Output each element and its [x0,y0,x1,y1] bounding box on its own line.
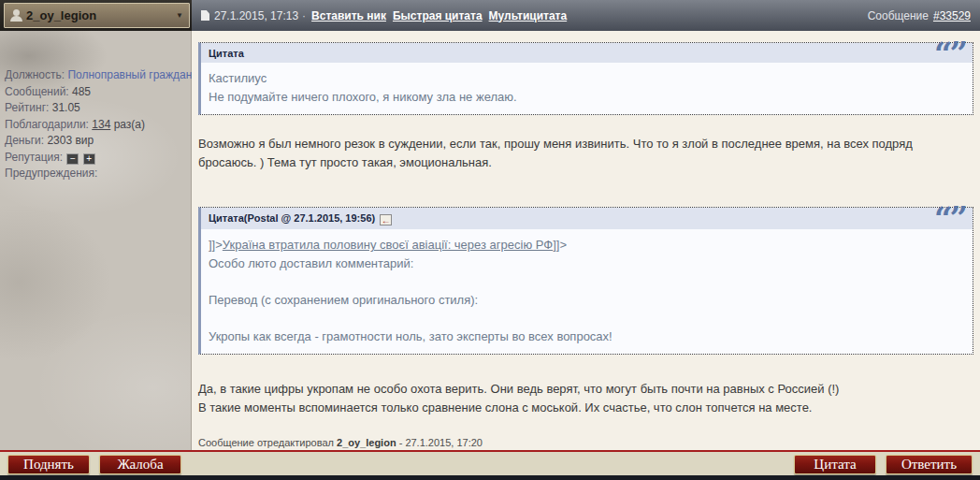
user-reputation-row: Репутация: − + [5,150,185,167]
edit-notice-user: 2_oy_legion [337,437,396,448]
reputation-plus-button[interactable]: + [83,153,95,165]
forum-post-view: 2_oy_legion ▼ 27.1.2015, 17:13 · Вставит… [0,0,980,480]
report-button[interactable]: Жалоба [99,455,181,474]
rating-label: Рейтинг: [5,101,49,114]
user-icon [10,9,22,22]
post-paragraph-1: Возможно я был немного резок в суждении,… [198,135,973,172]
user-warnings-row: Предупреждения: [5,166,185,182]
topbar-left-cell: 2_oy_legion ▼ [0,0,192,31]
footer-right-buttons: Цитата Ответить [794,455,973,474]
quote-2-comment-line: Особо люто доставил комментарий: [209,255,965,273]
quote-2-translation-line: Перевод (с сохранением оригинального сти… [209,291,965,310]
message-number-link[interactable]: #33529 [933,9,971,22]
date-separator: · [302,9,306,22]
user-thanks-row: Поблагодарили: 134 раз(а) [5,117,185,134]
quote-2-header: Цитата(Postal @ 27.1.2015, 19:56)← “” [201,208,973,229]
edit-notice-suffix: - 27.1.2015, 17:20 [396,437,483,448]
quotation-marks-icon: “” [934,41,965,65]
bottom-border-strip [0,475,980,480]
rating-value: 31.05 [52,101,80,114]
cdata-suffix: ]]> [553,238,567,252]
bump-button[interactable]: Поднять [7,455,90,474]
thanks-suffix: раз(а) [110,118,145,131]
warnings-label: Предупреждения: [5,167,97,180]
quotation-marks-icon: “” [934,206,965,230]
post-paragraph-2-line-2: В такие моменты вспоминается только срав… [198,400,812,415]
chevron-down-icon: ▼ [176,11,183,20]
user-posts-row: Сообщений: 485 [5,84,185,101]
quote-2-title: Цитата(Postal @ 27.1.2015, 19:56) [209,212,375,224]
quote-1-author: Кастилиус [209,69,965,88]
posts-label: Сообщений: [5,85,69,98]
posts-value: 485 [72,85,91,98]
insert-nick-link[interactable]: Вставить ник [311,9,386,22]
user-info-sidebar: Должность: Полноправный гражданин Сообще… [0,31,192,450]
reputation-label: Репутация: [5,151,63,164]
quote-2-body: ]]>Україна втратила половину своєї авіац… [201,229,973,354]
quote-2-spacer [209,273,965,291]
quote-1-body: Кастилиус Не подумайте ничего плохого, я… [201,63,973,114]
cdata-prefix: ]]> [209,238,223,252]
user-money-row: Деньги: 2303 вир [5,133,185,150]
post-header-bar: 27.1.2015, 17:13 · Вставить ник Быстрая … [192,0,980,31]
user-rating-row: Рейтинг: 31.05 [5,100,185,117]
quote-1-header: Цитата “” [201,43,973,63]
user-select-dropdown[interactable]: 2_oy_legion ▼ [4,3,190,28]
quote-2-spacer [209,310,965,327]
user-info-list: Должность: Полноправный гражданин Сообще… [0,31,191,182]
multiquote-link[interactable]: Мультицитата [489,9,568,22]
reputation-minus-button[interactable]: − [66,153,79,165]
article-link[interactable]: Україна втратила половину своєї авіації:… [223,238,553,252]
post-paragraph-2: Да, в такие цифры укропам не особо охота… [198,380,973,417]
edit-notice: Сообщение отредактировал 2_oy_legion - 2… [198,437,973,448]
post-paragraph-2-line-1: Да, в такие цифры укропам не особо охота… [198,382,839,396]
quote-2-link-line: ]]>Україна втратила половину своєї авіац… [209,236,965,255]
quick-quote-link[interactable]: Быстрая цитата [393,9,483,22]
post-body: Цитата “” Кастилиус Не подумайте ничего … [192,31,980,450]
post-date: 27.1.2015, 17:13 [214,9,298,22]
quote-block-1: Цитата “” Кастилиус Не подумайте ничего … [198,42,973,115]
position-label: Должность: [5,68,65,81]
quote-2-final-line: Укропы как всегда - грамотности ноль, за… [209,327,965,346]
position-value-link[interactable]: Полноправный гражданин [67,68,204,81]
quote-block-2: Цитата(Postal @ 27.1.2015, 19:56)← “” ]]… [198,207,973,355]
money-value: 2303 вир [47,134,94,147]
footer-left-buttons: Поднять Жалоба [7,455,181,474]
post-permalink-icon[interactable] [201,10,209,21]
edit-notice-prefix: Сообщение отредактировал [198,437,337,448]
quote-1-text: Не подумайте ничего плохого, я никому зл… [209,88,965,107]
post-action-bar: Поднять Жалоба Цитата Ответить [0,450,980,475]
snapback-arrow-icon[interactable]: ← [380,214,392,225]
thanks-count-link[interactable]: 134 [92,118,110,131]
reply-button[interactable]: Ответить [886,455,973,474]
user-dropdown-label: 2_oy_legion [26,8,176,22]
quote-1-title: Цитата [209,48,244,59]
thanks-label: Поблагодарили: [5,118,89,131]
user-position-row: Должность: Полноправный гражданин [5,67,185,84]
message-label: Сообщение [868,9,929,22]
quote-button[interactable]: Цитата [794,455,876,474]
money-label: Деньги: [5,134,44,147]
